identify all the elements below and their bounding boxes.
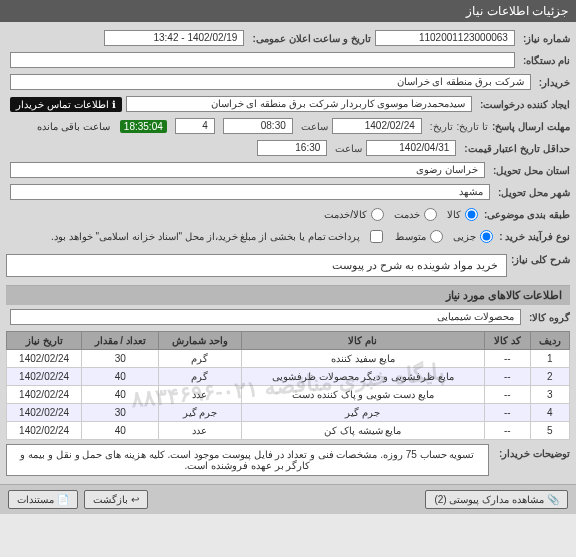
- table-cell: 30: [82, 350, 159, 368]
- pay-note: پرداخت تمام یا بخشی از مبلغ خرید،از محل …: [51, 231, 360, 242]
- table-cell: عدد: [159, 386, 242, 404]
- province-label: استان محل تحویل:: [493, 165, 570, 176]
- attach-icon: 📎: [547, 494, 559, 505]
- table-header: نام کالا: [241, 332, 484, 350]
- table-header: تاریخ نیاز: [7, 332, 82, 350]
- time-sublabel: ساعت: [301, 121, 328, 132]
- radio-both[interactable]: [371, 208, 384, 221]
- table-cell: 5: [530, 422, 569, 440]
- table-row: 3--مایع دست شویی و پاک کننده دستعدد40140…: [7, 386, 570, 404]
- table-cell: جرم گیر: [159, 404, 242, 422]
- opt-partial-label: جزیی: [453, 231, 476, 242]
- radio-service[interactable]: [424, 208, 437, 221]
- table-cell: --: [484, 350, 530, 368]
- requester-label: ایجاد کننده درخواست:: [480, 99, 570, 110]
- buyer-label: خریدار:: [539, 77, 570, 88]
- announce-label: تاریخ و ساعت اعلان عمومی:: [252, 33, 370, 44]
- table-cell: --: [484, 404, 530, 422]
- radio-partial[interactable]: [480, 230, 493, 243]
- back-button[interactable]: ↩ بازگشت: [84, 490, 148, 509]
- table-header: کد کالا: [484, 332, 530, 350]
- date-sublabel: تا تاریخ:: [457, 121, 489, 132]
- table-cell: مایع ظرفشویی و دیگر محصولات ظرفشویی: [241, 368, 484, 386]
- table-cell: 1402/02/24: [7, 350, 82, 368]
- back-icon: ↩: [131, 494, 139, 505]
- window-title: جزئیات اطلاعات نیاز: [0, 0, 576, 22]
- table-cell: 40: [82, 386, 159, 404]
- opt-service-label: خدمت: [394, 209, 420, 220]
- table-cell: 30: [82, 404, 159, 422]
- table-header: تعداد / مقدار: [82, 332, 159, 350]
- requester-field: سیدمحمدرضا موسوی کاربردار شرکت برق منطقه…: [126, 96, 473, 112]
- need-desc-field: خرید مواد شوینده به شرح در پیوست: [6, 254, 507, 277]
- table-cell: 1402/02/24: [7, 422, 82, 440]
- days-field: 4: [175, 118, 215, 134]
- table-cell: مایع دست شویی و پاک کننده دست: [241, 386, 484, 404]
- deadline-time-field: 08:30: [223, 118, 293, 134]
- table-cell: --: [484, 386, 530, 404]
- need-no-label: شماره نیاز:: [523, 33, 570, 44]
- need-no-field: 1102001123000063: [375, 30, 515, 46]
- view-attachments-button[interactable]: 📎 مشاهده مدارک پیوستی (2): [425, 490, 568, 509]
- items-table-wrap: پایگاه خبری مناقصه ۰۲۱-۸۸۳۴۶۹۶ ردیفکد کا…: [6, 331, 570, 440]
- remaining-label: ساعت باقی مانده: [37, 121, 110, 132]
- form-body: شماره نیاز: 1102001123000063 تاریخ و ساع…: [0, 22, 576, 484]
- table-cell: 1402/02/24: [7, 404, 82, 422]
- contact-button[interactable]: ℹ اطلاعات تماس خریدار: [10, 97, 122, 112]
- table-cell: 1402/02/24: [7, 368, 82, 386]
- doc-icon: 📄: [57, 494, 69, 505]
- validity-time-label: ساعت: [335, 143, 362, 154]
- remaining-time-badge: 18:35:04: [120, 120, 167, 133]
- table-row: 1--مایع سفید کنندهگرم301402/02/24: [7, 350, 570, 368]
- city-field: مشهد: [10, 184, 490, 200]
- device-field: [10, 52, 515, 68]
- table-cell: 1402/02/24: [7, 386, 82, 404]
- purchase-type-label: نوع فرآیند خرید :: [499, 231, 570, 242]
- table-cell: --: [484, 422, 530, 440]
- validity-date-field: 1402/04/31: [366, 140, 456, 156]
- goods-group-label: گروه کالا:: [529, 312, 570, 323]
- device-label: نام دستگاه:: [523, 55, 570, 66]
- docs-button[interactable]: 📄 مستندات: [8, 490, 78, 509]
- opt-both-label: کالا/خدمت: [324, 209, 367, 220]
- table-cell: 1: [530, 350, 569, 368]
- table-cell: گرم: [159, 368, 242, 386]
- table-header: ردیف: [530, 332, 569, 350]
- table-cell: --: [484, 368, 530, 386]
- province-field: خراسان رضوی: [10, 162, 485, 178]
- radio-medium[interactable]: [430, 230, 443, 243]
- table-cell: 40: [82, 368, 159, 386]
- table-cell: 2: [530, 368, 569, 386]
- items-table: ردیفکد کالانام کالاواحد شمارشتعداد / مقد…: [6, 331, 570, 440]
- footer-bar: 📎 مشاهده مدارک پیوستی (2) ↩ بازگشت 📄 مست…: [0, 484, 576, 514]
- deadline-date-field: 1402/02/24: [332, 118, 422, 134]
- table-cell: 3: [530, 386, 569, 404]
- table-header: واحد شمارش: [159, 332, 242, 350]
- table-row: 5--مایع شیشه پاک کنعدد401402/02/24: [7, 422, 570, 440]
- buyer-notes-label: توضیحات خریدار:: [499, 448, 570, 459]
- table-row: 4--جرم گیرجرم گیر301402/02/24: [7, 404, 570, 422]
- info-icon: ℹ: [112, 99, 116, 110]
- announce-field: 1402/02/19 - 13:42: [104, 30, 244, 46]
- validity-label: حداقل تاریخ اعتبار قیمت:: [464, 143, 570, 154]
- city-label: شهر محل تحویل:: [498, 187, 570, 198]
- category-label: طبقه بندی موضوعی:: [484, 209, 570, 220]
- date-sublabel2: تاریخ:: [430, 121, 453, 132]
- table-row: 2--مایع ظرفشویی و دیگر محصولات ظرفشوییگر…: [7, 368, 570, 386]
- opt-kala-label: کالا: [447, 209, 461, 220]
- buyer-field: شرکت برق منطقه ای خراسان: [10, 74, 531, 90]
- deadline-label: مهلت ارسال پاسخ:: [492, 121, 570, 132]
- need-desc-label: شرح کلی نیاز:: [511, 254, 570, 265]
- buyer-notes-field: تسویه حساب 75 روزه. مشخصات فنی و تعداد د…: [6, 444, 489, 476]
- table-cell: گرم: [159, 350, 242, 368]
- table-cell: مایع سفید کننده: [241, 350, 484, 368]
- checkbox-treasury[interactable]: [370, 230, 383, 243]
- table-cell: 4: [530, 404, 569, 422]
- table-cell: جرم گیر: [241, 404, 484, 422]
- table-cell: 40: [82, 422, 159, 440]
- goods-group-field: محصولات شیمیایی: [10, 309, 521, 325]
- table-cell: مایع شیشه پاک کن: [241, 422, 484, 440]
- radio-kala[interactable]: [465, 208, 478, 221]
- items-section-title: اطلاعات کالاهای مورد نیاز: [6, 285, 570, 305]
- opt-medium-label: متوسط: [395, 231, 426, 242]
